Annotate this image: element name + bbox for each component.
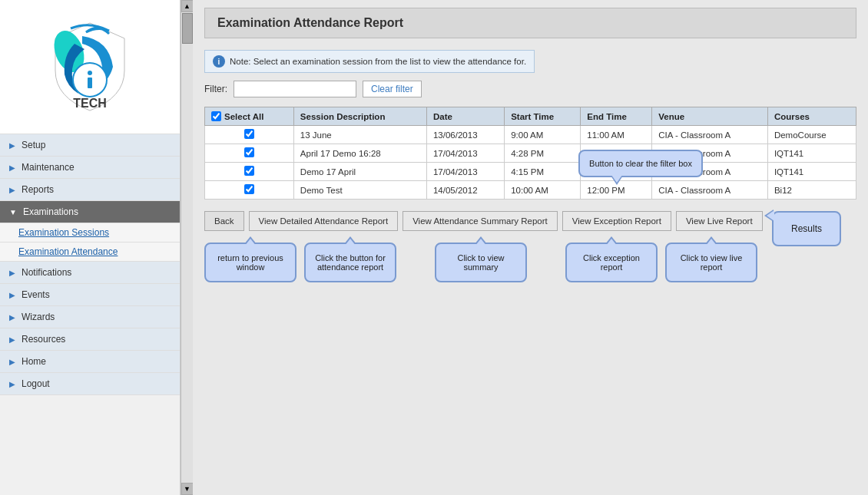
clear-filter-button[interactable]: Clear filter xyxy=(363,81,422,97)
sidebar-item-label: Examinations xyxy=(23,206,78,217)
sidebar-item-label: Setup xyxy=(22,140,45,150)
row-checkbox-cell xyxy=(205,126,294,144)
tooltip-summary: Click to view summary xyxy=(435,243,527,282)
row-session: Demo Test xyxy=(293,181,426,200)
arrow-icon: ▶ xyxy=(9,269,15,277)
sidebar-subitem-label: Examination Sessions xyxy=(18,227,109,238)
info-icon: i xyxy=(213,55,225,68)
svg-point-2 xyxy=(88,71,92,75)
sidebar-subitem-exam-attendance[interactable]: Examination Attendance xyxy=(0,243,180,262)
sidebar-item-label: Maintenance xyxy=(22,162,75,173)
select-all-label: Select All xyxy=(224,112,263,121)
sidebar-subitem-exam-sessions[interactable]: Examination Sessions xyxy=(0,223,180,243)
main-content: Examination Attendance Report Button to … xyxy=(193,0,868,495)
sidebar-item-resources[interactable]: ▶ Resources xyxy=(0,328,180,351)
sidebar-item-label: Wizards xyxy=(22,312,55,322)
results-tooltip-text: Results xyxy=(791,223,822,234)
row-venue: CIA - Classroom A xyxy=(652,181,768,200)
sidebar-item-reports[interactable]: ▶ Reports xyxy=(0,179,180,201)
row-checkbox[interactable] xyxy=(244,166,254,176)
row-venue: CIA - Classroom A xyxy=(652,126,768,144)
view-summary-button[interactable]: View Attendance Summary Report xyxy=(403,211,558,231)
sidebar-item-notifications[interactable]: ▶ Notifications xyxy=(0,262,180,284)
sidebar-item-label: Home xyxy=(22,356,46,367)
sidebar-item-maintenance[interactable]: ▶ Maintenance xyxy=(0,157,180,179)
arrow-icon: ▶ xyxy=(9,186,15,194)
filter-tooltip-text: Button to clear the filter box xyxy=(589,159,692,168)
sidebar-item-label: Resources xyxy=(22,334,65,345)
sidebar-item-home[interactable]: ▶ Home xyxy=(0,351,180,373)
tooltip-live-text: Click to view live report xyxy=(681,253,743,272)
scroll-thumb[interactable] xyxy=(182,13,193,44)
scrollbar[interactable]: ▲ ▼ xyxy=(181,0,193,495)
row-checkbox[interactable] xyxy=(244,129,254,139)
view-detailed-button[interactable]: View Detailed Attendance Report xyxy=(249,211,399,231)
col-header-session: Session Description xyxy=(293,107,426,126)
arrow-icon: ▶ xyxy=(9,141,15,150)
table-row: Demo 17 April 17/04/2013 4:15 PM 4:27 PM… xyxy=(205,163,856,181)
sidebar-item-events[interactable]: ▶ Events xyxy=(0,284,180,306)
sidebar-item-setup[interactable]: ▶ Setup xyxy=(0,134,180,157)
scroll-track xyxy=(181,12,194,483)
filter-row: Filter: Clear filter xyxy=(204,81,856,97)
back-button[interactable]: Back xyxy=(204,211,244,231)
col-header-end: End Time xyxy=(581,107,652,126)
row-start-time: 4:15 PM xyxy=(505,163,581,181)
row-date: 13/06/2013 xyxy=(426,126,504,144)
sidebar-item-logout[interactable]: ▶ Logout xyxy=(0,373,180,395)
sidebar-subitem-label: Examination Attendance xyxy=(18,246,118,257)
row-date: 14/05/2012 xyxy=(426,181,504,200)
row-courses: Bi12 xyxy=(767,181,856,200)
sidebar-item-wizards[interactable]: ▶ Wizards xyxy=(0,306,180,328)
nav-scroll: ▶ Setup ▶ Maintenance ▶ Reports ▼ Examin… xyxy=(0,134,180,495)
tooltip-exception-text: Click exception report xyxy=(583,253,640,272)
col-header-courses: Courses xyxy=(767,107,856,126)
view-live-button[interactable]: View Live Report xyxy=(676,211,763,231)
main-inner: Examination Attendance Report Button to … xyxy=(193,0,868,495)
scroll-up-btn[interactable]: ▲ xyxy=(181,0,194,12)
table-row: April 17 Demo 16:28 17/04/2013 4:28 PM 4… xyxy=(205,144,856,163)
row-checkbox-cell xyxy=(205,181,294,200)
row-date: 17/04/2013 xyxy=(426,163,504,181)
page-title: Examination Attendance Report xyxy=(217,16,403,29)
page-title-bar: Examination Attendance Report xyxy=(204,8,856,38)
col-header-select: Select All xyxy=(205,107,294,126)
tooltip-back: return to previous window xyxy=(204,243,297,282)
sidebar-item-examinations[interactable]: ▼ Examinations xyxy=(0,201,180,223)
logo-area: TECH xyxy=(0,0,180,134)
col-header-date: Date xyxy=(426,107,504,126)
sidebar-item-label: Events xyxy=(22,289,50,300)
arrow-icon: ▶ xyxy=(9,163,15,172)
row-start-time: 4:28 PM xyxy=(505,144,581,163)
info-note: i Note: Select an examination session fr… xyxy=(204,50,535,73)
row-checkbox[interactable] xyxy=(244,147,254,157)
row-courses: DemoCourse xyxy=(767,126,856,144)
arrow-icon: ▶ xyxy=(9,380,15,388)
sidebar-item-label: Reports xyxy=(22,184,54,195)
tooltip-live: Click to view live report xyxy=(665,243,757,282)
arrow-icon: ▶ xyxy=(9,291,15,299)
select-all-checkbox[interactable] xyxy=(211,111,221,121)
row-start-time: 9:00 AM xyxy=(505,126,581,144)
row-session: April 17 Demo 16:28 xyxy=(293,144,426,163)
results-tooltip: Results xyxy=(772,211,841,246)
filter-input[interactable] xyxy=(234,81,356,97)
svg-text:TECH: TECH xyxy=(73,97,107,110)
row-session: Demo 17 April xyxy=(293,163,426,181)
table-row: Demo Test 14/05/2012 10:00 AM 12:00 PM C… xyxy=(205,181,856,200)
row-checkbox-cell xyxy=(205,163,294,181)
svg-rect-3 xyxy=(88,78,92,88)
row-checkbox[interactable] xyxy=(244,184,254,194)
view-exception-button[interactable]: View Exception Report xyxy=(562,211,671,231)
arrow-icon: ▶ xyxy=(9,358,15,366)
col-header-start: Start Time xyxy=(505,107,581,126)
scroll-down-btn[interactable]: ▼ xyxy=(181,483,194,495)
arrow-icon: ▶ xyxy=(9,335,15,344)
table-row: 13 June 13/06/2013 9:00 AM 11:00 AM CIA … xyxy=(205,126,856,144)
content-wrapper: Button to clear the filter box Results i… xyxy=(204,50,856,282)
action-buttons: Back View Detailed Attendance Report Vie… xyxy=(204,211,856,231)
tooltip-detailed-text: Click the button for attendance report xyxy=(315,253,386,272)
arrow-icon: ▼ xyxy=(9,208,17,216)
sidebar-item-label: Notifications xyxy=(22,267,71,278)
col-header-venue: Venue xyxy=(652,107,768,126)
